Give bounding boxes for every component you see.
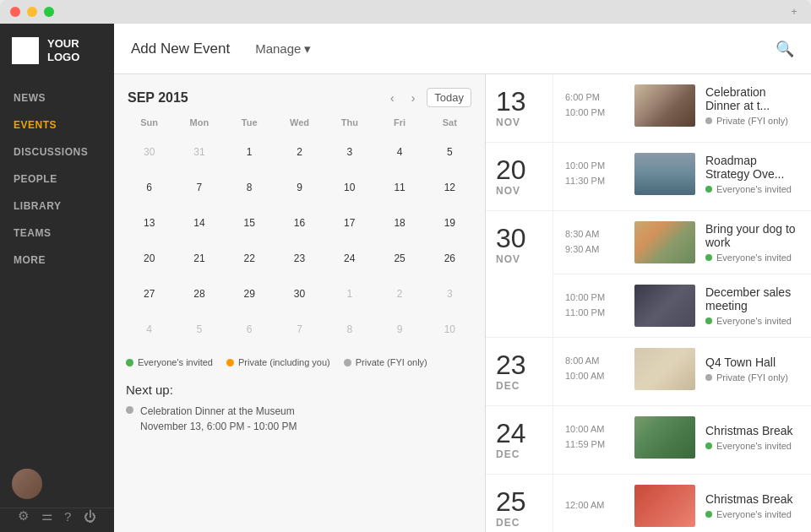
help-icon[interactable]: ? <box>64 509 71 524</box>
sidebar-item-library[interactable]: LIBRARY <box>0 193 114 220</box>
calendar-cell[interactable]: 7 <box>275 312 324 347</box>
event-item[interactable]: 10:00 PM 11:00 PM December sales meeting… <box>553 274 811 337</box>
event-item[interactable]: 10:00 AM 11:59 PM Christmas Break Everyo… <box>553 406 811 469</box>
event-time-end: 10:00 PM <box>565 106 624 121</box>
next-up-dot <box>126 406 133 414</box>
sidebar-item-events[interactable]: EVENTS <box>0 111 114 138</box>
power-icon[interactable]: ⏻ <box>84 509 96 524</box>
calendar-cell[interactable]: 11 <box>374 170 424 205</box>
privacy-dot <box>705 117 712 124</box>
calendar-cell[interactable]: 10 <box>324 170 374 205</box>
settings-icon[interactable]: ⚙ <box>18 508 29 524</box>
calendar-cell[interactable]: 30 <box>124 134 174 170</box>
privacy-label: Private (FYI only) <box>716 372 788 383</box>
event-thumbnail <box>634 285 695 327</box>
calendar-cell[interactable]: 2 <box>374 276 424 312</box>
calendar-cell[interactable]: 1 <box>225 134 275 170</box>
event-item[interactable]: 6:00 PM 10:00 PM Celebration Dinner at t… <box>553 74 811 137</box>
calendar-cell[interactable]: 21 <box>174 241 224 276</box>
calendar-cell[interactable]: 9 <box>275 170 324 205</box>
minimize-button[interactable] <box>27 7 37 17</box>
event-item[interactable]: 8:30 AM 9:30 AM Bring your dog to work E… <box>553 211 811 274</box>
search-button[interactable]: 🔍 <box>776 40 794 58</box>
calendar-cell[interactable]: 4 <box>124 312 174 347</box>
calendar-prev-button[interactable]: ‹ <box>385 90 400 106</box>
calendar-cell[interactable]: 9 <box>374 312 424 347</box>
calendar-cell[interactable]: 25 <box>374 241 424 276</box>
calendar-cell[interactable]: 8 <box>225 170 275 205</box>
calendar-cell[interactable]: 29 <box>225 276 275 312</box>
calendar-cell[interactable]: 27 <box>124 276 174 312</box>
calendar-cell[interactable]: 6 <box>225 312 275 347</box>
maximize-button[interactable] <box>44 7 54 17</box>
avatar[interactable] <box>12 469 42 499</box>
next-up-event-details: November 13, 6:00 PM - 10:00 PM <box>140 419 297 434</box>
event-thumbnail <box>634 416 695 459</box>
calendar-cell[interactable]: 20 <box>124 241 174 276</box>
calendar-cell[interactable]: 10 <box>425 312 475 347</box>
sidebar-item-more[interactable]: MORE <box>0 247 114 274</box>
filter-icon[interactable]: ⚌ <box>41 508 52 524</box>
event-privacy: Everyone's invited <box>705 184 799 194</box>
calendar-cell[interactable]: 7 <box>174 170 224 205</box>
sidebar-item-teams[interactable]: TEAMS <box>0 220 114 247</box>
event-date-col: 23DEC <box>486 338 553 405</box>
logo-box <box>12 37 39 64</box>
calendar-day-name: Tue <box>225 114 275 131</box>
sidebar-item-news[interactable]: NEWS <box>0 84 114 111</box>
close-button[interactable] <box>10 7 20 17</box>
event-day-num: 20 <box>496 156 542 183</box>
calendar-cell[interactable]: 14 <box>174 205 224 241</box>
manage-label: Manage <box>255 41 301 56</box>
calendar-cell[interactable]: 17 <box>324 205 374 241</box>
calendar-cell[interactable]: 24 <box>324 241 374 276</box>
calendar-cell[interactable]: 16 <box>275 205 324 241</box>
calendar-cell[interactable]: 18 <box>374 205 424 241</box>
calendar-cell[interactable]: 4 <box>374 134 424 170</box>
calendar-next-button[interactable]: › <box>406 90 421 106</box>
calendar-cell[interactable]: 2 <box>275 134 324 170</box>
calendar-cell[interactable]: 28 <box>174 276 224 312</box>
manage-chevron: ▾ <box>304 41 311 57</box>
event-time-start: 8:00 AM <box>565 354 624 369</box>
privacy-label: Everyone's invited <box>716 441 792 451</box>
calendar-cell[interactable]: 22 <box>225 241 275 276</box>
calendar-cell[interactable]: 3 <box>425 276 475 312</box>
event-item[interactable]: 8:00 AM 10:00 AM Q4 Town Hall Private (F… <box>553 338 811 400</box>
calendar-cell[interactable]: 5 <box>425 134 475 170</box>
calendar-cell[interactable]: 3 <box>324 134 374 170</box>
event-items-col: 8:30 AM 9:30 AM Bring your dog to work E… <box>553 211 811 337</box>
calendar-cell[interactable]: 8 <box>324 312 374 347</box>
add-event-button[interactable]: Add New Event <box>131 41 230 57</box>
calendar-cell[interactable]: 13 <box>124 205 174 241</box>
calendar-cell[interactable]: 6 <box>124 170 174 205</box>
calendar-cell[interactable]: 31 <box>174 134 224 170</box>
event-items-col: 8:00 AM 10:00 AM Q4 Town Hall Private (F… <box>553 338 811 405</box>
event-info: Bring your dog to work Everyone's invite… <box>705 222 799 263</box>
calendar-cell[interactable]: 26 <box>425 241 475 276</box>
calendar-cell[interactable]: 19 <box>425 205 475 241</box>
event-info: Celebration Dinner at t... Private (FYI … <box>705 85 799 126</box>
calendar-today-button[interactable]: Today <box>427 88 471 107</box>
calendar-cell[interactable]: 30 <box>275 276 324 312</box>
calendar-cell[interactable]: 5 <box>174 312 224 347</box>
next-up-event-title: Celebration Dinner at the Museum <box>140 404 297 419</box>
calendar-cell[interactable]: 15 <box>225 205 275 241</box>
expand-icon[interactable]: + <box>787 5 801 19</box>
event-item[interactable]: 12:00 AM Christmas Break Everyone's invi… <box>553 475 811 532</box>
manage-button[interactable]: Manage ▾ <box>247 36 319 62</box>
calendar-weeks: 3031123456789101112131415161718192021222… <box>124 134 475 347</box>
sidebar-item-discussions[interactable]: DISCUSSIONS <box>0 138 114 166</box>
sidebar-bottom-row <box>0 460 114 508</box>
sidebar-item-people[interactable]: PEOPLE <box>0 166 114 193</box>
app-body: YOURLOGO NEWSEVENTSDISCUSSIONSPEOPLELIBR… <box>0 24 811 532</box>
legend-item: Everyone's invited <box>126 357 213 367</box>
event-time-end: 9:30 AM <box>565 242 624 258</box>
calendar-cell[interactable]: 1 <box>324 276 374 312</box>
calendar-cell[interactable]: 12 <box>425 170 475 205</box>
event-item[interactable]: 10:00 PM 11:30 PM Roadmap Strategy Ove..… <box>553 143 811 205</box>
event-privacy: Everyone's invited <box>705 316 799 326</box>
calendar-cell[interactable]: 23 <box>275 241 324 276</box>
event-time-col: 12:00 AM <box>565 498 624 513</box>
event-info: December sales meeting Everyone's invite… <box>705 285 799 326</box>
